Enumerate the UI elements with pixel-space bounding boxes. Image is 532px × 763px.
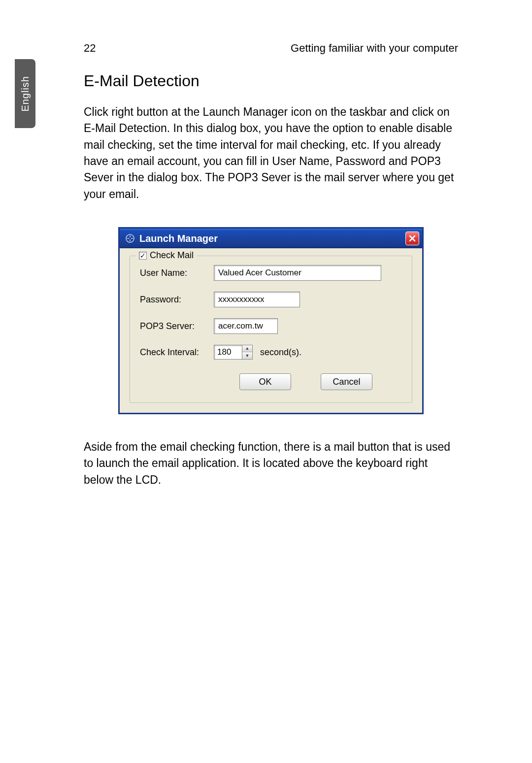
username-input[interactable] bbox=[214, 265, 381, 281]
page-number: 22 bbox=[84, 42, 96, 55]
check-mail-fieldset: ✓ Check Mail User Name: Password: POP3 S… bbox=[130, 256, 412, 403]
close-button[interactable] bbox=[405, 232, 419, 245]
button-row: OK Cancel bbox=[140, 373, 402, 390]
spin-buttons: ▲ ▼ bbox=[242, 345, 253, 360]
launch-manager-dialog: Launch Manager ✓ Check Mail User Name: bbox=[118, 227, 424, 414]
interval-unit: second(s). bbox=[260, 347, 301, 358]
check-mail-checkbox[interactable]: ✓ bbox=[139, 252, 147, 260]
username-row: User Name: bbox=[140, 265, 402, 281]
dialog-title: Launch Manager bbox=[139, 233, 218, 244]
language-tab-label: English bbox=[20, 76, 31, 112]
spin-up-button[interactable]: ▲ bbox=[242, 345, 252, 352]
header-text: Getting familiar with your computer bbox=[291, 42, 458, 55]
pop3-row: POP3 Server: bbox=[140, 318, 402, 334]
page-header: 22 Getting familiar with your computer bbox=[84, 42, 458, 55]
paragraph-2: Aside from the email checking function, … bbox=[84, 439, 458, 488]
check-mail-label: Check Mail bbox=[150, 250, 194, 261]
title-bar-left: Launch Manager bbox=[125, 233, 218, 244]
password-label: Password: bbox=[140, 295, 214, 305]
language-tab: English bbox=[15, 59, 35, 128]
interval-label: Check Interval: bbox=[140, 347, 214, 358]
page-content: 22 Getting familiar with your computer E… bbox=[84, 42, 458, 508]
password-input[interactable] bbox=[214, 292, 300, 307]
title-bar: Launch Manager bbox=[120, 229, 422, 248]
pop3-input[interactable] bbox=[214, 318, 278, 334]
interval-row: Check Interval: ▲ ▼ second(s). bbox=[140, 345, 402, 360]
dialog-body: ✓ Check Mail User Name: Password: POP3 S… bbox=[120, 248, 422, 413]
section-heading: E-Mail Detection bbox=[84, 72, 458, 90]
dialog-screenshot: Launch Manager ✓ Check Mail User Name: bbox=[118, 227, 424, 414]
spin-down-button[interactable]: ▼ bbox=[242, 352, 252, 359]
pop3-label: POP3 Server: bbox=[140, 321, 214, 332]
interval-input[interactable] bbox=[214, 345, 242, 360]
fieldset-legend: ✓ Check Mail bbox=[136, 250, 197, 261]
username-label: User Name: bbox=[140, 268, 214, 278]
paragraph-1: Click right button at the Launch Manager… bbox=[84, 104, 458, 202]
ok-button[interactable]: OK bbox=[239, 373, 291, 390]
cancel-button[interactable]: Cancel bbox=[321, 373, 372, 390]
password-row: Password: bbox=[140, 292, 402, 307]
app-icon bbox=[125, 233, 135, 244]
